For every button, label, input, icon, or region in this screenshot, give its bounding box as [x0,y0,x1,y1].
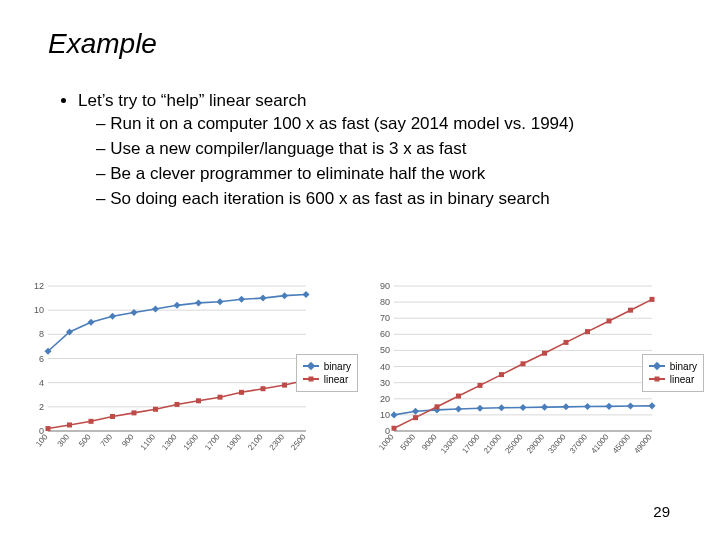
svg-text:1500: 1500 [182,432,201,452]
svg-rect-30 [87,319,94,326]
svg-rect-45 [132,410,137,415]
svg-text:1100: 1100 [139,432,158,452]
svg-rect-39 [281,292,288,299]
page-title: Example [48,28,157,60]
svg-rect-105 [478,383,483,388]
svg-rect-113 [650,297,655,302]
svg-text:2: 2 [39,402,44,412]
svg-text:37000: 37000 [568,432,590,455]
chart-left: 0246810121003005007009001100130015001700… [22,280,362,465]
bullet-main: Let’s try to “help” linear search [78,91,306,110]
svg-rect-44 [110,414,115,419]
svg-text:10: 10 [380,410,390,420]
svg-text:6: 6 [39,354,44,364]
svg-rect-110 [585,329,590,334]
bullet-sub: So doing each iteration is 600 x as fast… [96,188,680,211]
svg-rect-101 [392,426,397,431]
svg-rect-50 [239,390,244,395]
svg-text:2100: 2100 [246,432,265,452]
svg-text:50: 50 [380,345,390,355]
svg-rect-95 [541,404,548,411]
svg-text:70: 70 [380,313,390,323]
svg-text:5000: 5000 [399,432,418,452]
svg-rect-93 [498,404,505,411]
svg-rect-41 [46,426,51,431]
svg-rect-47 [175,402,180,407]
svg-rect-98 [605,403,612,410]
svg-rect-99 [627,402,634,409]
svg-rect-107 [521,361,526,366]
svg-text:1300: 1300 [160,432,179,452]
svg-rect-43 [89,419,94,424]
svg-text:900: 900 [120,432,136,448]
bullet-sub: Be a clever programmer to eliminate half… [96,163,680,186]
svg-text:300: 300 [56,432,72,448]
svg-text:30: 30 [380,378,390,388]
svg-rect-33 [152,305,159,312]
svg-text:2300: 2300 [268,432,287,452]
legend-label-binary: binary [670,361,697,372]
svg-rect-89 [412,408,419,415]
svg-text:2500: 2500 [289,432,308,452]
svg-text:8: 8 [39,329,44,339]
svg-rect-38 [259,295,266,302]
svg-text:17000: 17000 [460,432,482,455]
svg-text:90: 90 [380,281,390,291]
legend: binary linear [642,354,704,392]
svg-rect-109 [564,340,569,345]
svg-text:9000: 9000 [420,432,439,452]
svg-text:1000: 1000 [377,432,396,452]
svg-rect-106 [499,372,504,377]
legend-label-binary: binary [324,361,351,372]
svg-rect-48 [196,398,201,403]
svg-text:12: 12 [34,281,44,291]
svg-text:1900: 1900 [225,432,244,452]
svg-text:13000: 13000 [439,432,461,455]
svg-rect-40 [302,291,309,298]
svg-text:33000: 33000 [546,432,568,455]
svg-text:20: 20 [380,394,390,404]
svg-text:80: 80 [380,297,390,307]
svg-rect-100 [648,402,655,409]
svg-rect-104 [456,394,461,399]
svg-rect-42 [67,422,72,427]
legend: binary linear [296,354,358,392]
svg-rect-88 [390,411,397,418]
legend-label-linear: linear [670,374,694,385]
chart-right: 0102030405060708090100050009000130001700… [368,280,708,465]
svg-rect-103 [435,404,440,409]
svg-text:500: 500 [77,432,93,448]
svg-text:49000: 49000 [632,432,654,455]
page-number: 29 [653,503,670,520]
svg-text:4: 4 [39,378,44,388]
svg-rect-52 [282,383,287,388]
bullet-list: Let’s try to “help” linear search Run it… [60,90,680,213]
svg-rect-49 [218,395,223,400]
svg-rect-36 [216,298,223,305]
svg-text:25000: 25000 [503,432,525,455]
svg-text:40: 40 [380,362,390,372]
svg-text:21000: 21000 [482,432,504,455]
svg-rect-102 [413,415,418,420]
svg-rect-35 [195,299,202,306]
svg-text:700: 700 [99,432,115,448]
svg-text:100: 100 [34,432,50,448]
svg-rect-31 [109,313,116,320]
svg-text:60: 60 [380,329,390,339]
svg-rect-34 [173,302,180,309]
svg-text:45000: 45000 [611,432,633,455]
svg-rect-111 [607,318,612,323]
svg-rect-91 [455,405,462,412]
legend-label-linear: linear [324,374,348,385]
svg-rect-97 [584,403,591,410]
svg-rect-46 [153,407,158,412]
bullet-sub: Run it on a computer 100 x as fast (say … [96,113,680,136]
svg-rect-94 [519,404,526,411]
svg-rect-108 [542,351,547,356]
svg-rect-37 [238,296,245,303]
svg-rect-96 [562,403,569,410]
svg-text:1700: 1700 [203,432,222,452]
svg-text:29000: 29000 [525,432,547,455]
svg-text:41000: 41000 [589,432,611,455]
svg-rect-92 [476,405,483,412]
